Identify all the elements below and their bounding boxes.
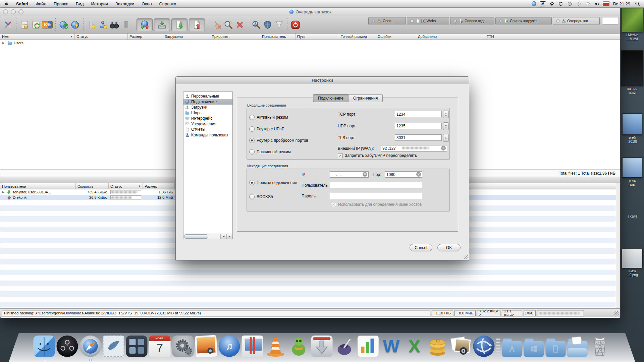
close-tab-icon[interactable]: [410, 19, 414, 23]
menu-clock[interactable]: Вс 21:29: [612, 1, 632, 6]
column-user[interactable]: Пользователь: [260, 34, 296, 40]
remove-button[interactable]: [234, 19, 246, 31]
disclosure-triangle-icon[interactable]: ▶: [2, 190, 5, 194]
tls-port-input[interactable]: [395, 134, 442, 141]
finder-dock-icon[interactable]: [34, 336, 55, 357]
network-globe-dock-icon[interactable]: [473, 336, 495, 357]
menu-history[interactable]: История: [88, 0, 112, 7]
tab-limits[interactable]: Ограничения: [348, 94, 383, 102]
minimize-window-button[interactable]: [11, 9, 16, 14]
documents-folder-dock-icon[interactable]: [546, 341, 566, 357]
desktop-file[interactable]: ка про ы.avi: [621, 50, 644, 95]
applications-folder-dock-icon[interactable]: [502, 341, 522, 357]
desktop-file[interactable]: а сайт: [621, 215, 644, 219]
cancel-button[interactable]: Cancel: [410, 244, 432, 251]
favorite-users-button[interactable]: [97, 19, 109, 31]
photo-app-dock-icon[interactable]: [450, 336, 472, 357]
apple-menu[interactable]: [0, 0, 12, 7]
title-bar[interactable]: Очередь загрузок: [0, 7, 620, 16]
pages-dock-icon[interactable]: [334, 336, 356, 357]
tab-upload-list[interactable]: Список отда...: [450, 17, 494, 24]
vertical-scrollbar[interactable]: [616, 183, 620, 308]
network-globe-menu-icon[interactable]: [531, 1, 537, 7]
word-dock-icon[interactable]: W: [381, 336, 402, 357]
tls-port-stepper[interactable]: ▲▼: [443, 134, 449, 142]
quit-power-button[interactable]: [290, 19, 301, 31]
desktop-file[interactable]: о на ать: [621, 158, 644, 187]
scroll-right-button[interactable]: ▶: [226, 234, 232, 239]
quick-connect-button[interactable]: [69, 19, 81, 31]
column-tth[interactable]: TTH: [485, 34, 620, 40]
sidebar-item-share[interactable]: Шара: [183, 110, 232, 116]
transfers-toggle-button[interactable]: [137, 18, 153, 31]
system-preferences-dock-icon[interactable]: [172, 336, 194, 357]
tab-search-box[interactable]: [602, 17, 619, 24]
radio-passive-mode[interactable]: Пассивный режим: [249, 149, 291, 155]
sidebar-item-interface[interactable]: Интерфейс: [183, 116, 232, 121]
column-users[interactable]: Пользователи: [0, 183, 76, 189]
sidebar-item-reports[interactable]: Отчёты: [183, 127, 232, 132]
spotlight-icon[interactable]: [634, 1, 641, 7]
sidebar-item-personal[interactable]: Персональные: [183, 94, 232, 99]
trash-dock-icon[interactable]: [589, 336, 611, 357]
close-window-button[interactable]: [3, 9, 8, 14]
ical-dock-icon[interactable]: НОЯБ. 7: [149, 336, 171, 357]
filter-button[interactable]: [273, 19, 285, 31]
column-downloaded[interactable]: Загружено: [163, 34, 210, 40]
volume-menu-icon[interactable]: [594, 1, 600, 7]
menu-bookmarks[interactable]: Закладки: [112, 0, 138, 7]
numbers-dock-icon[interactable]: [358, 336, 379, 357]
menu-edit[interactable]: Правка: [50, 0, 72, 7]
menu-help[interactable]: Справка: [155, 0, 180, 7]
vlc-dock-icon[interactable]: [265, 336, 286, 357]
column-exact-size[interactable]: Точный размер: [339, 34, 376, 40]
desktop-file[interactable]: имок ...9.png: [621, 249, 644, 277]
magnet-lock-button[interactable]: [19, 19, 30, 31]
desktop-file[interactable]: i.Medve ...M.avi: [621, 8, 644, 41]
clear-proxy-ip-button[interactable]: ✕: [363, 172, 367, 177]
ok-button[interactable]: OK: [437, 244, 461, 251]
windows-folder-dock-icon[interactable]: [524, 341, 544, 357]
dashboard-dock-icon[interactable]: [57, 336, 78, 357]
public-hubs-button[interactable]: [120, 19, 131, 31]
transmission-dock-icon[interactable]: [311, 336, 333, 357]
tab-download-queue[interactable]: Очередь заг...: [553, 17, 600, 24]
tab-own-filelist[interactable]: Свои ...: [368, 17, 406, 24]
column-user-size[interactable]: Размер: [143, 183, 175, 189]
scrollbar-thumb[interactable]: [184, 234, 208, 239]
column-priority[interactable]: Приоритет: [210, 34, 260, 40]
search-spy-button[interactable]: [251, 19, 262, 31]
coins-dock-icon[interactable]: 10: [427, 336, 448, 357]
time-machine-menu-icon[interactable]: [567, 1, 573, 7]
sidebar-item-downloads[interactable]: Загрузки: [183, 105, 232, 110]
radio-port-forward-router[interactable]: Роутер с пробросом портов: [249, 138, 308, 143]
screen-sharing-dock-icon[interactable]: [242, 336, 263, 357]
sidebar-item-connection[interactable]: Подключение: [183, 99, 232, 105]
clear-proxy-port-button[interactable]: ✕: [416, 172, 421, 177]
radio-socks5[interactable]: SOCKS5: [249, 194, 273, 199]
refresh-filelist-button[interactable]: [30, 19, 42, 31]
iphoto-dock-icon[interactable]: [195, 335, 217, 357]
dialog-title-bar[interactable]: Настройки: [176, 77, 469, 84]
queue-root-row[interactable]: ▶ Users: [0, 40, 620, 46]
disclosure-triangle-icon[interactable]: ▶: [2, 41, 6, 45]
safari-dock-icon[interactable]: [80, 336, 101, 357]
find-button[interactable]: [223, 19, 234, 31]
dialog-resize-grip[interactable]: [464, 255, 468, 259]
tcp-port-input[interactable]: [395, 111, 442, 117]
input-language-flag[interactable]: [603, 1, 609, 6]
column-user-status[interactable]: Статус▼: [109, 183, 143, 189]
download-queue-toggle-button[interactable]: [154, 18, 170, 31]
mail-dock-icon[interactable]: [103, 336, 124, 357]
clean-button[interactable]: [211, 19, 223, 31]
sidebar-item-user-commands[interactable]: Команды пользоват: [183, 132, 232, 138]
favorite-hubs-button[interactable]: [86, 19, 97, 31]
dcpp-duck-dock-icon[interactable]: [288, 336, 310, 357]
proxy-user-input[interactable]: [330, 182, 422, 188]
close-tab-icon[interactable]: [556, 19, 560, 23]
reconnect-hub-button[interactable]: [58, 19, 69, 31]
udp-port-stepper[interactable]: ▲▼: [443, 122, 449, 130]
column-size[interactable]: Размер: [128, 34, 163, 40]
menu-file[interactable]: Файл: [32, 0, 50, 7]
zoom-window-button[interactable]: [18, 9, 23, 14]
